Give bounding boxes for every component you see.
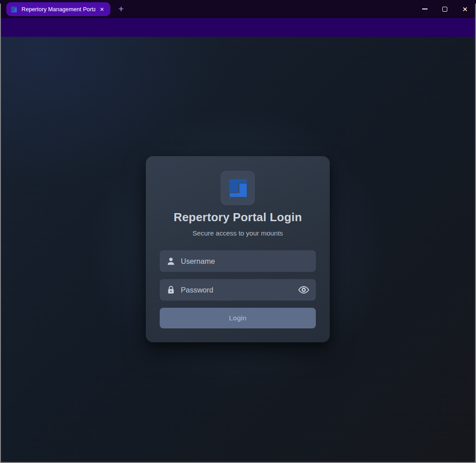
- page-title: Repertory Portal Login: [174, 210, 302, 224]
- page-subtitle: Secure access to your mounts: [192, 229, 283, 237]
- minimize-icon: [422, 9, 428, 9]
- tab-title: Repertory Management Portal: [22, 6, 96, 13]
- username-field-container: [160, 250, 316, 272]
- toggle-password-visibility-button[interactable]: [298, 285, 310, 295]
- close-icon: ✕: [462, 6, 468, 13]
- new-tab-button[interactable]: +: [115, 3, 127, 15]
- maximize-icon: [442, 7, 447, 12]
- password-field-container: [160, 279, 316, 301]
- person-icon: [166, 256, 176, 266]
- login-button[interactable]: Login: [160, 308, 316, 328]
- minimize-button[interactable]: [415, 0, 435, 18]
- window-controls: ✕: [415, 0, 475, 18]
- login-card: Repertory Portal Login Secure access to …: [146, 156, 330, 342]
- tab-close-icon[interactable]: ✕: [98, 5, 106, 13]
- tab-bar: Repertory Management Portal ✕ + ✕: [0, 0, 476, 18]
- window-border-left: [0, 4, 1, 463]
- username-input[interactable]: [181, 257, 310, 266]
- navigation-bar: i 127.0.0.1:30000/ui#/auth: [0, 18, 476, 37]
- repertory-logo-icon: [227, 177, 249, 199]
- password-input[interactable]: [181, 286, 298, 294]
- app-logo-container: [221, 171, 255, 205]
- visibility-eye-icon: [298, 285, 310, 295]
- browser-window: Repertory Management Portal ✕ + ✕: [0, 0, 476, 463]
- close-button[interactable]: ✕: [455, 0, 475, 18]
- repertory-logo-favicon: [10, 6, 17, 13]
- page-viewport: Repertory Portal Login Secure access to …: [1, 37, 475, 462]
- maximize-button[interactable]: [435, 0, 455, 18]
- tab-repertory-portal[interactable]: Repertory Management Portal ✕: [6, 2, 110, 16]
- lock-icon: [166, 285, 176, 295]
